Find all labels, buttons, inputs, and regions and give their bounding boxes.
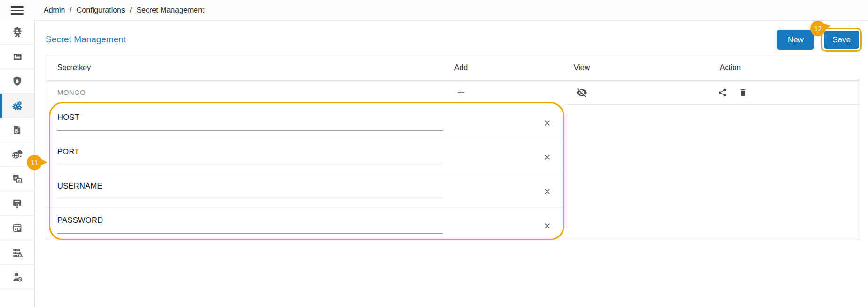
plus-icon [456,87,466,98]
table-header-row: Secretkey Add View Action [46,55,860,80]
table-row: MONGO [46,80,860,105]
field-row-port: PORT [46,139,565,173]
annotation-step-11-badge: 11 [27,155,42,170]
view-secret-button[interactable] [565,80,598,105]
column-header-action: Action [709,55,751,80]
certificate-board-icon [11,197,23,209]
column-header-add: Add [447,55,475,80]
field-row-host: HOST [46,105,565,139]
gears-icon [11,99,23,112]
input-underline [57,233,443,234]
remove-username-field-button[interactable] [539,185,555,198]
sidebar-item-configurations[interactable] [0,94,34,118]
translate-icon: 3T A [11,173,23,185]
host-input[interactable]: HOST [46,105,508,139]
eye-off-icon [576,87,587,98]
page-title: Secret Management [46,34,126,45]
column-header-secretkey: Secretkey [57,55,91,80]
input-underline [57,130,443,131]
close-icon [543,187,552,196]
breadcrumb-separator: / [70,6,71,15]
close-icon [543,221,552,230]
input-underline [57,165,443,165]
share-secret-button[interactable] [714,80,731,105]
active-item-indicator [0,94,2,118]
globe-cloud-icon [11,148,23,161]
sidebar-item-translate[interactable]: 3T A [0,167,34,191]
field-row-password: PASSWORD [46,208,565,242]
sidebar-item-security-shield[interactable] [0,69,34,94]
hamburger-menu-icon[interactable] [11,6,24,15]
field-row-username: USERNAME [46,173,565,208]
password-label: PASSWORD [57,216,103,225]
shield-lock-icon [11,75,23,87]
svg-text:A: A [18,179,21,183]
calendar-search-icon [11,222,23,234]
host-label: HOST [57,113,79,122]
remove-host-field-button[interactable] [539,116,555,129]
add-key-button[interactable] [447,80,475,105]
svg-text:$: $ [14,54,16,58]
password-input[interactable]: PASSWORD [46,208,508,242]
sidebar-item-file-settings[interactable] [0,118,34,142]
file-gear-icon [11,124,23,136]
row-divider [565,104,860,105]
sidebar-item-user-history[interactable] [0,265,34,289]
remove-password-field-button[interactable] [539,219,555,232]
annotation-step-12-badge: 12 [810,21,826,36]
secretkey-value: MONGO [57,80,86,105]
save-button[interactable]: Save [824,31,859,49]
delete-secret-button[interactable] [735,80,751,105]
sidebar-item-billing-statement[interactable]: $ [0,45,34,69]
port-input[interactable]: PORT [46,139,508,173]
server-alert-icon [11,246,23,259]
sidebar-item-calendar-search[interactable] [0,216,34,240]
sidebar-item-certified-user[interactable] [0,20,34,45]
certified-user-icon [11,26,23,39]
billing-statement-icon: $ [11,51,23,63]
sidebar-item-certificate[interactable] [0,191,34,216]
breadcrumb-secret-management[interactable]: Secret Management [136,6,204,15]
breadcrumb-admin[interactable]: Admin [44,6,65,15]
port-label: PORT [57,147,79,156]
breadcrumb: Admin / Configurations / Secret Manageme… [44,0,204,20]
share-icon [718,88,727,97]
input-underline [57,199,443,199]
close-icon [543,153,552,162]
secret-fields-panel: HOST PORT USERNAME [46,105,565,242]
new-button[interactable]: New [777,30,814,50]
secret-table: Secretkey Add View Action MONGO [46,55,860,240]
breadcrumb-separator: / [130,6,132,15]
username-input[interactable]: USERNAME [46,173,508,207]
username-label: USERNAME [57,181,102,190]
trash-icon [738,88,748,97]
remove-port-field-button[interactable] [539,150,555,164]
close-icon [543,118,552,127]
breadcrumb-configurations[interactable]: Configurations [77,6,125,15]
column-header-view: View [565,55,598,80]
sidebar-item-server-alert[interactable] [0,240,34,265]
user-clock-icon [11,271,23,283]
